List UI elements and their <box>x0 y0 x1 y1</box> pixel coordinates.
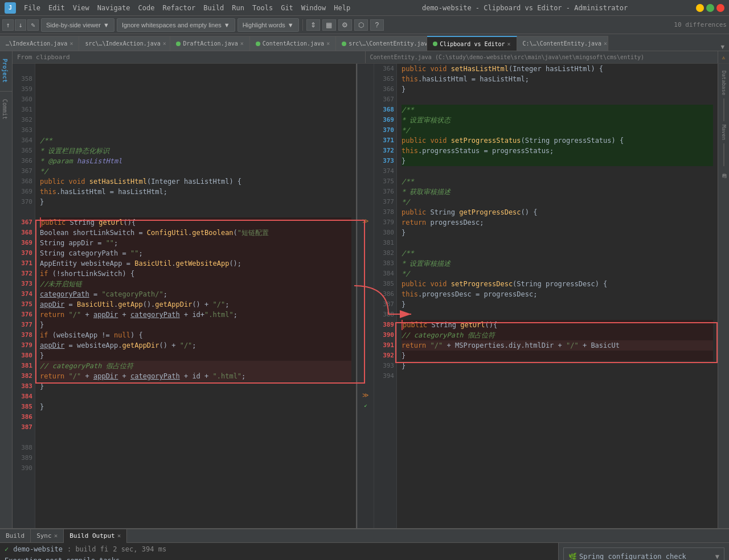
menu-tools[interactable]: Tools <box>249 3 276 13</box>
tab-draftaction[interactable]: DraftAction.java × <box>170 36 249 51</box>
build-tab[interactable]: Build <box>0 529 31 543</box>
spring-icon: 🌿 <box>568 553 577 560</box>
code-line: } <box>402 156 713 166</box>
code-line: /** <box>402 248 713 258</box>
code-line: public void setHasListHtml(Integer hasLi… <box>402 64 713 74</box>
code-line <box>40 115 351 125</box>
viewer-mode-button[interactable]: Side-by-side viewer ▼ <box>41 18 114 32</box>
whitespace-button[interactable]: Ignore whitespaces and empty lines ▼ <box>117 18 235 32</box>
tab-dot <box>256 42 260 46</box>
code-line: /** <box>402 105 713 115</box>
right-sidebar-panel: Database Maven 结构 <box>718 64 729 528</box>
code-line <box>402 238 713 248</box>
code-line: */ <box>402 125 713 135</box>
tab-close[interactable]: × <box>69 40 73 47</box>
code-line: if (!shortLinkSwitch) { <box>40 269 351 279</box>
right-code-view: 364 365 366 367 368 369 370 371 372 373 … <box>374 64 718 528</box>
left-pane-header: From clipboard <box>13 51 366 63</box>
code-line: */ <box>402 197 713 207</box>
code-line: // categoryPath 假占位符 <box>402 330 713 340</box>
menu-edit[interactable]: Edit <box>45 3 68 13</box>
database-label: Database <box>721 71 727 95</box>
code-line: if (websiteApp != null) { <box>40 330 351 340</box>
build-output-tab[interactable]: Build Output × <box>64 529 127 543</box>
commit-icon[interactable]: Commit <box>0 95 9 123</box>
sync-tab[interactable]: Sync × <box>31 529 64 543</box>
code-line: return "/" + appDir + categoryPath + id+… <box>40 310 351 320</box>
maximize-button[interactable]: □ <box>706 4 714 12</box>
code-line: // categoryPath 假占位符 <box>40 361 351 371</box>
code-line: this.hasListHtml = hasListHtml; <box>402 74 713 84</box>
sidebar-sep-3 <box>723 143 724 166</box>
tab-close[interactable]: × <box>240 40 244 47</box>
help-button[interactable]: ? <box>370 19 384 31</box>
code-line <box>40 125 351 135</box>
build-line-1: Executing post-compile tasks... <box>5 555 554 560</box>
tab-indexaction-2[interactable]: src\…\IndexAction.java × <box>79 36 170 51</box>
prev-diff-button[interactable]: ↑ <box>2 19 14 31</box>
tab-label: ContentAction.java <box>263 40 324 47</box>
menu-code[interactable]: Code <box>135 3 158 13</box>
panel-button[interactable]: ▦ <box>322 19 336 31</box>
highlight-label: Highlight words <box>243 22 285 28</box>
tab-clipboard-vs-editor[interactable]: Clipboard vs Editor × <box>427 36 517 51</box>
editor-area: From clipboard ContentEntity.java (C:\st… <box>13 51 729 528</box>
code-line: String appDir = ""; <box>40 238 351 248</box>
code-line: public String getProgressDesc() { <box>402 207 713 217</box>
code-line: public void setProgressStatus(String pro… <box>402 135 713 146</box>
highlight-words-button[interactable]: Highlight words ▼ <box>237 18 299 32</box>
notification-expand[interactable]: ▼ <box>715 553 719 560</box>
code-line: AppEntity websiteApp = BasicUtil.getWebs… <box>40 258 351 269</box>
menu-git[interactable]: Git <box>277 3 297 13</box>
toolbar-separator <box>302 19 303 31</box>
menu-run[interactable]: Run <box>228 3 248 13</box>
right-line-numbers: 364 365 366 367 368 369 370 371 372 373 … <box>374 64 397 528</box>
tab-indexaction-1[interactable]: …\IndexAction.java × <box>0 36 79 51</box>
tab-label: C:\…\ContentEntity.java <box>523 40 601 47</box>
menu-build[interactable]: Build <box>200 3 227 13</box>
left-line-numbers: 358 359 360 361 362 363 364 365 366 367 … <box>13 64 35 528</box>
share-button[interactable]: ⬡ <box>354 19 368 31</box>
menu-file[interactable]: File <box>21 3 44 13</box>
code-line: * 设置审核描述 <box>402 258 713 269</box>
code-line: this.progressStatus = progressStatus; <box>402 146 713 156</box>
build-output-close[interactable]: × <box>117 532 121 540</box>
viewer-mode-chevron: ▼ <box>103 22 109 28</box>
menu-refactor[interactable]: Refactor <box>159 3 199 13</box>
close-button[interactable]: × <box>716 4 724 12</box>
menu-window[interactable]: Window <box>298 3 329 13</box>
menu-view[interactable]: View <box>69 3 93 13</box>
diff-container: 358 359 360 361 362 363 364 365 366 367 … <box>13 64 729 528</box>
tab-contententity-c[interactable]: C:\…\ContentEntity.java × <box>517 36 608 51</box>
menu-help[interactable]: Help <box>330 3 354 13</box>
edit-button[interactable]: ✎ <box>27 19 39 31</box>
menu-navigate[interactable]: Navigate <box>94 3 134 13</box>
tab-overflow[interactable]: ▼ <box>720 43 724 51</box>
tab-dot <box>433 42 437 46</box>
tab-contententity-src[interactable]: src\…\ContentEntity.java × <box>336 36 427 51</box>
sync-close[interactable]: × <box>54 532 58 540</box>
tab-close[interactable]: × <box>507 41 511 47</box>
code-line: } <box>402 361 713 371</box>
code-line: } <box>40 402 351 412</box>
code-line: * 设置栏目静态化标识 <box>40 146 351 156</box>
next-diff-button[interactable]: ↓ <box>15 19 26 31</box>
settings-button[interactable]: ⚙ <box>338 19 352 31</box>
minimize-button[interactable]: − <box>696 4 704 12</box>
warning-icon: ⚠ <box>718 51 729 63</box>
code-line: appDir = websiteApp.getAppDir() + "/"; <box>40 340 351 351</box>
tab-label: src\…\IndexAction.java <box>85 40 160 47</box>
code-line: } <box>40 351 351 361</box>
sync-scroll-button[interactable]: ⇕ <box>306 19 320 31</box>
project-icon[interactable]: Project <box>0 53 9 88</box>
tab-label: Clipboard vs Editor <box>440 41 505 47</box>
notification-panel: 🌿 Spring configuration check ▼ Unmapped … <box>558 543 729 560</box>
tab-contentaction[interactable]: ContentAction.java × <box>250 36 336 51</box>
tab-close[interactable]: × <box>163 40 166 47</box>
tab-close[interactable]: × <box>326 40 330 47</box>
sidebar-sep <box>0 91 12 92</box>
tab-close[interactable]: × <box>604 40 607 47</box>
editor-tabs: …\IndexAction.java × src\…\IndexAction.j… <box>0 34 729 51</box>
project-name: demo-website <box>13 545 63 553</box>
code-line: } <box>402 299 713 310</box>
